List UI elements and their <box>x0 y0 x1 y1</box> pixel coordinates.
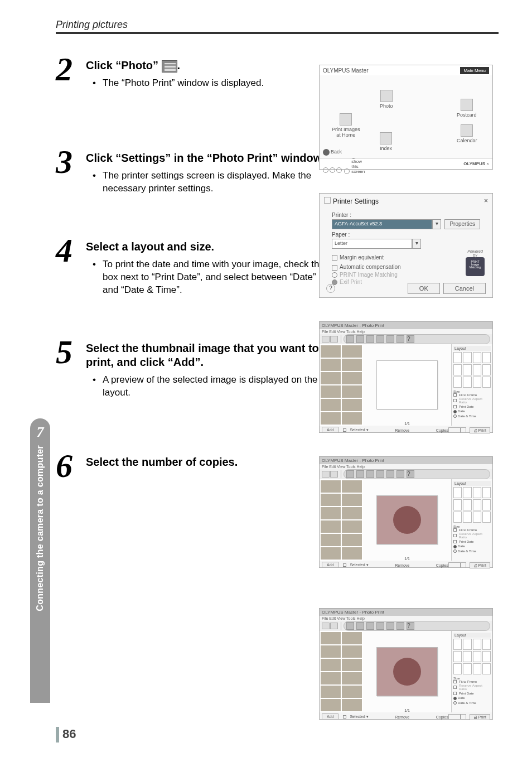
tab-calendar-icon[interactable] <box>376 470 384 478</box>
tab-photo-icon[interactable] <box>346 622 354 630</box>
reserve-aspect-checkbox[interactable] <box>453 399 457 402</box>
thumbnail-item[interactable] <box>342 359 362 371</box>
thumbnail-item[interactable] <box>342 507 362 519</box>
thumbnail-item[interactable] <box>321 534 341 546</box>
layout-option[interactable] <box>473 663 481 674</box>
menu-item-calendar[interactable]: Calendar <box>457 124 477 143</box>
thumbnail-item[interactable] <box>342 547 362 560</box>
tab-preview-icon[interactable] <box>396 622 404 630</box>
dont-show-checkbox[interactable] <box>344 168 350 174</box>
thumbnail-item[interactable] <box>321 412 341 425</box>
nav-next-button[interactable] <box>330 336 338 343</box>
layout-option[interactable] <box>453 364 462 375</box>
back-button[interactable]: Back <box>323 149 342 156</box>
printer-dropdown-arrow[interactable]: ▾ <box>432 219 441 229</box>
ok-button[interactable]: OK <box>408 283 440 294</box>
layout-option[interactable] <box>473 651 481 662</box>
menu-item-print-images[interactable]: Print Images at Home <box>332 113 360 138</box>
thumbnail-item[interactable] <box>321 645 341 658</box>
menu-item-index[interactable]: Index <box>380 132 392 151</box>
auto-compensation-checkbox[interactable] <box>332 265 337 271</box>
add-button[interactable]: Add <box>322 713 338 720</box>
tab-photo-icon[interactable] <box>346 470 354 478</box>
reserve-aspect-checkbox[interactable] <box>453 534 457 537</box>
options-circle-icon[interactable] <box>336 167 342 173</box>
date-radio[interactable] <box>453 410 457 413</box>
layout-option[interactable] <box>473 377 481 388</box>
layout-option[interactable] <box>482 487 491 498</box>
thumbnail-item[interactable] <box>321 345 341 358</box>
layout-option[interactable] <box>463 639 471 650</box>
menu-item-postcard[interactable]: Postcard <box>457 99 477 118</box>
layout-option[interactable] <box>473 499 481 510</box>
thumbnail-item[interactable] <box>342 686 362 698</box>
tab-preview-icon[interactable] <box>396 470 404 478</box>
layout-option[interactable] <box>453 512 462 523</box>
cancel-button[interactable]: Cancel <box>443 283 486 294</box>
layout-option[interactable] <box>482 364 491 375</box>
thumbnail-item[interactable] <box>342 645 362 658</box>
tab-calendar-icon[interactable] <box>376 335 384 343</box>
tab-help-icon[interactable]: ? <box>407 335 414 343</box>
auto-compensation-row[interactable]: Automatic compensation <box>332 264 480 270</box>
nav-next-button[interactable] <box>330 471 338 478</box>
tab-postcard-icon[interactable] <box>366 470 374 478</box>
pp-menu-bar[interactable]: File Edit View Tools Help <box>320 616 492 621</box>
help-circle-icon[interactable] <box>323 167 328 173</box>
pim-radio[interactable] <box>332 272 337 278</box>
paper-dropdown-arrow[interactable]: ▾ <box>412 239 421 249</box>
remove-button[interactable]: Remove <box>395 563 409 567</box>
help-button[interactable]: ? <box>326 284 335 293</box>
thumbnail-item[interactable] <box>342 372 362 384</box>
copies-spinner[interactable] <box>461 714 466 720</box>
print-button[interactable]: 🖨 Print <box>470 714 490 720</box>
layout-option[interactable] <box>473 512 481 523</box>
thumbnail-item[interactable] <box>321 632 341 644</box>
nav-prev-button[interactable] <box>322 471 330 478</box>
tab-settings-icon[interactable] <box>386 470 394 478</box>
layout-option[interactable] <box>482 651 491 662</box>
layout-option[interactable] <box>482 639 491 650</box>
layout-option[interactable] <box>453 651 462 662</box>
layout-option[interactable] <box>482 499 491 510</box>
update-circle-icon[interactable] <box>330 167 335 173</box>
print-date-checkbox[interactable] <box>453 540 457 543</box>
thumbnail-item[interactable] <box>342 345 362 358</box>
thumbnail-item[interactable] <box>321 385 341 398</box>
tab-index-icon[interactable] <box>356 622 364 630</box>
thumbnail-item[interactable] <box>321 372 341 384</box>
thumbnail-item[interactable] <box>321 480 341 493</box>
tab-postcard-icon[interactable] <box>366 335 374 343</box>
thumbnail-item[interactable] <box>342 480 362 493</box>
tab-index-icon[interactable] <box>356 470 364 478</box>
layout-option[interactable] <box>453 352 462 363</box>
tab-postcard-icon[interactable] <box>366 622 374 630</box>
layout-option[interactable] <box>463 377 471 388</box>
layout-option[interactable] <box>453 487 462 498</box>
nav-next-button[interactable] <box>330 623 338 629</box>
nav-prev-button[interactable] <box>322 336 330 343</box>
thumbnail-item[interactable] <box>321 659 341 671</box>
tab-help-icon[interactable]: ? <box>407 622 414 630</box>
fit-to-frame-checkbox[interactable] <box>453 528 457 532</box>
layout-frame-empty[interactable] <box>376 360 438 409</box>
layout-option[interactable] <box>482 512 491 523</box>
layout-option[interactable] <box>453 639 462 650</box>
layout-option[interactable] <box>463 512 471 523</box>
menu-item-photo[interactable]: Photo <box>380 90 393 109</box>
layout-frame-with-image[interactable] <box>376 647 438 696</box>
thumbnail-item[interactable] <box>321 699 341 711</box>
thumbnail-item[interactable] <box>342 659 362 671</box>
datetime-radio[interactable] <box>453 701 457 705</box>
tab-index-icon[interactable] <box>356 335 364 343</box>
tab-help-icon[interactable]: ? <box>407 470 414 478</box>
thumbnail-item[interactable] <box>321 507 341 519</box>
thumbnail-item[interactable] <box>321 686 341 698</box>
copies-input[interactable] <box>448 714 461 720</box>
copies-input[interactable] <box>448 562 461 568</box>
layout-option[interactable] <box>463 499 471 510</box>
thumbnail-item[interactable] <box>321 494 341 506</box>
copies-spinner[interactable] <box>461 427 466 433</box>
paper-dropdown[interactable]: Letter <box>332 239 412 249</box>
layout-option[interactable] <box>482 377 491 388</box>
